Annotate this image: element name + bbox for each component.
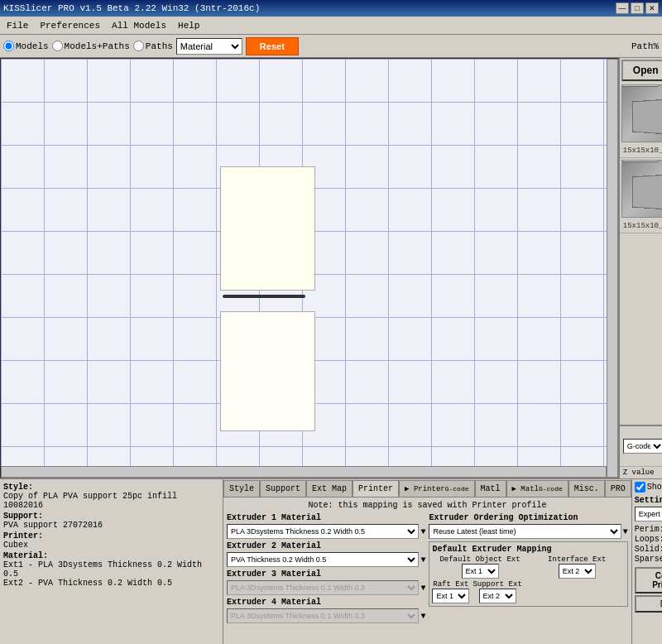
mat2-value: Ext2 - PVA Thickness 0.2 Width 0.5 xyxy=(3,579,172,588)
show-settings-row: Show Settings xyxy=(635,482,662,493)
ext3-row: PLA 3Dsystems Thickness 0.1 Width 0.3 ▼ xyxy=(227,580,425,595)
gcode-select[interactable]: G-code xyxy=(623,439,662,454)
tabs-row: Style Support Ext Map Printer ▶ Printer … xyxy=(223,479,631,497)
settings-level-label: Settings Level xyxy=(635,496,662,505)
default-obj-select[interactable]: Ext 1 xyxy=(462,564,499,579)
grid-canvas xyxy=(1,59,618,478)
open-button[interactable]: Open xyxy=(621,60,662,81)
view-mode-group: Models Models+Paths Paths xyxy=(3,41,173,51)
tab-printer-gcode[interactable]: ▶ Printer G-code xyxy=(399,480,474,497)
support-row: Support: PVA support 27072016 xyxy=(3,512,219,530)
menu-bar: File Preferences All Models Help xyxy=(0,17,662,35)
models-paths-radio-label[interactable]: Models+Paths xyxy=(52,41,130,51)
solid-label: Solid: xyxy=(635,545,662,554)
ext4-select[interactable]: PLA 3Dsystems Thickness 0.1 Width 0.3 xyxy=(227,608,419,623)
ext4-label: Extruder 4 Material xyxy=(227,598,425,607)
menu-preferences[interactable]: Preferences xyxy=(35,19,105,32)
ext3-select[interactable]: PLA 3Dsystems Thickness 0.1 Width 0.3 xyxy=(227,580,419,595)
model-item-2: Count ✕ ▲ ▼ Height xyxy=(620,158,662,233)
tab-pro[interactable]: PRO xyxy=(605,480,631,497)
mat1-value: Ext1 - PLA 3Dsystems Thickness 0.2 Width… xyxy=(3,560,202,579)
tab-matl-gcode[interactable]: ▶ Matl G-code xyxy=(506,480,568,497)
canvas-scrollbar-v[interactable] xyxy=(607,59,618,478)
maximize-button[interactable]: □ xyxy=(631,2,644,14)
perim-label: Perim: xyxy=(635,525,662,534)
paths-radio-label[interactable]: Paths xyxy=(133,41,173,51)
mapping-grid: Default Object Ext Ext 1 Interface Ext xyxy=(432,555,624,579)
ordering-row: Reuse Latest (least time) ▼ xyxy=(429,524,627,539)
ordering-select[interactable]: Reuse Latest (least time) xyxy=(429,524,621,539)
delete-printer-button[interactable]: Delete Printer xyxy=(635,595,662,613)
tab-printer[interactable]: Printer xyxy=(353,480,399,497)
close-button[interactable]: ✕ xyxy=(645,2,659,14)
model-name-2: 15x15x10_box xyxy=(621,221,662,231)
ext1-label: Extruder 1 Material xyxy=(227,513,425,522)
settings-level-select[interactable]: Expert xyxy=(635,507,662,521)
gcode-section: G-code [cm^3] [$] [min] xyxy=(620,425,662,466)
material-select[interactable]: Material xyxy=(176,38,242,55)
right-panel: Open Slice xyxy=(619,58,662,478)
raft-label: Raft Ext xyxy=(433,580,468,589)
paths-radio[interactable] xyxy=(133,41,144,51)
sparse-speed-row: Sparse: 32.50 [mm/s] xyxy=(635,555,662,564)
perim-speed-row: Perim: 26.50 [mm/s] xyxy=(635,525,662,534)
tab-style[interactable]: Style xyxy=(223,480,260,497)
style-label: Style: xyxy=(3,483,33,492)
path-percent-label: Path% xyxy=(631,41,659,51)
default-extruder-mapping: Default Extruder Mapping Default Object … xyxy=(429,541,627,607)
bottom-section: Style: Copy of PLA PVA support 25pc infi… xyxy=(0,478,662,644)
tab-ext-map[interactable]: Ext Map xyxy=(306,480,353,497)
printer-tab-content: Note: this mapping is saved with Printer… xyxy=(223,497,631,644)
style-value: Copy of PLA PVA support 25pc infill 1008… xyxy=(3,492,177,510)
ext4-row: PLA 3Dsystems Thickness 0.1 Width 0.3 ▼ xyxy=(227,608,425,623)
title-text: KISSlicer PRO v1.5 Beta 2.22 Win32 (3ntr… xyxy=(3,3,260,13)
models-radio-label[interactable]: Models xyxy=(3,41,49,51)
right-settings-panel: Show Settings Settings Level Expert Peri… xyxy=(631,479,662,644)
default-ext-label: Default Extruder Mapping xyxy=(432,545,624,554)
models-paths-radio[interactable] xyxy=(52,41,63,51)
main-content: Open Slice xyxy=(0,58,662,644)
tabs-panel: Style Support Ext Map Printer ▶ Printer … xyxy=(223,479,631,644)
left-info-panel: Style: Copy of PLA PVA support 25pc infi… xyxy=(0,479,223,644)
tab-misc[interactable]: Misc. xyxy=(568,480,605,497)
top-section: Open Slice xyxy=(0,58,662,478)
interface-ext-select[interactable]: Ext 2 xyxy=(559,564,596,579)
menu-help[interactable]: Help xyxy=(173,19,204,32)
model-item-1: Count ✕ ▲ ▼ Height xyxy=(620,83,662,158)
model-list: Count ✕ ▲ ▼ Height xyxy=(620,83,662,425)
extruder-col-right: Extruder Ordering Optimization Reuse Lat… xyxy=(429,513,627,626)
support-value: PVA support 27072016 xyxy=(3,521,103,530)
model-object-2[interactable] xyxy=(220,311,315,431)
title-bar: KISSlicer PRO v1.5 Beta 2.22 Win32 (3ntr… xyxy=(0,0,662,17)
support-label: Support: xyxy=(3,512,43,521)
tab-support[interactable]: Support xyxy=(260,480,306,497)
printer-row: Printer: Cubex xyxy=(3,531,219,550)
interface-ext-label: Interface Ext xyxy=(548,555,606,564)
model-object-1[interactable] xyxy=(220,166,315,291)
menu-file[interactable]: File xyxy=(2,19,33,32)
ext1-select[interactable]: PLA 3Dsystems Thickness 0.2 Width 0.5 xyxy=(227,524,419,539)
loops-label: Loops: xyxy=(635,535,662,544)
ext1-arrow: ▼ xyxy=(420,527,425,536)
ext2-arrow: ▼ xyxy=(420,555,425,565)
extruder-col-left: Extruder 1 Material PLA 3Dsystems Thickn… xyxy=(227,513,425,626)
copy-printer-button[interactable]: Copy Printer xyxy=(635,567,662,594)
reset-button[interactable]: Reset xyxy=(246,37,299,55)
sparse-label: Sparse: xyxy=(635,555,662,564)
ext2-select[interactable]: PVA Thickness 0.2 Width 0.5 xyxy=(227,552,419,567)
copy-center-row: Copy Printer Center xyxy=(635,567,662,594)
canvas-scrollbar-h[interactable] xyxy=(1,466,607,478)
tab-matl[interactable]: Matl xyxy=(475,480,506,497)
show-settings-checkbox[interactable] xyxy=(635,482,645,493)
minimize-button[interactable]: — xyxy=(616,2,629,14)
raft-select[interactable]: Ext 1 xyxy=(432,589,469,603)
printer-label: Printer: xyxy=(3,531,43,541)
z-value-row: Z value 0.105 xyxy=(620,466,662,478)
ext3-label: Extruder 3 Material xyxy=(227,570,425,579)
support-select[interactable]: Ext 2 xyxy=(479,589,516,603)
models-radio[interactable] xyxy=(3,41,14,51)
main-layout: Open Slice xyxy=(0,58,662,644)
canvas-area[interactable] xyxy=(0,58,619,478)
model-name-1: 15x15x10_box xyxy=(621,146,662,156)
menu-all-models[interactable]: All Models xyxy=(107,19,171,32)
